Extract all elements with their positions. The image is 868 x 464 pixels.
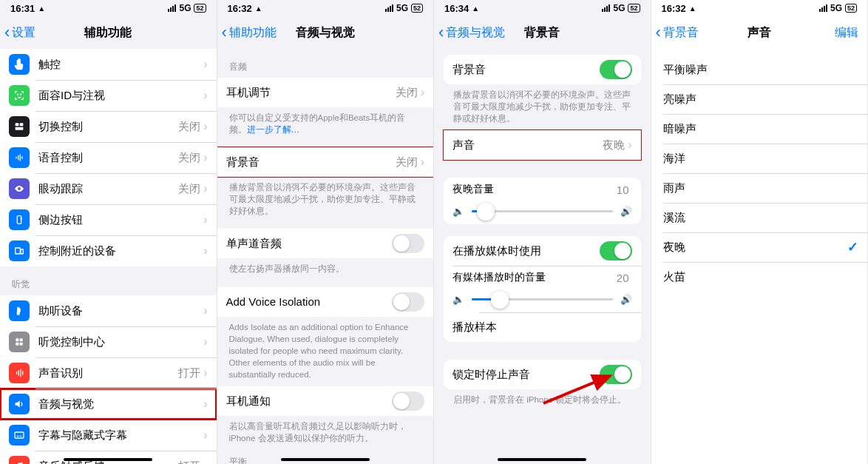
chevron-left-icon: ‹ — [4, 24, 10, 41]
back-label: 设置 — [12, 25, 35, 41]
media-volume-slider[interactable]: 🔈 🔊 — [452, 294, 632, 305]
sound-option-label: 溪流 — [663, 211, 859, 225]
row-subtitles[interactable]: 字幕与隐藏式字幕 › — [0, 420, 217, 451]
sound-option-label: 暗噪声 — [663, 122, 859, 136]
screen-background-sounds: 16:34 ▲ 5G 52 ‹ 音频与视觉 背景音 背景音 播放背景音以消弭不必… — [434, 0, 651, 464]
svg-rect-17 — [18, 370, 19, 376]
page-title: 音频与视觉 — [296, 25, 355, 41]
sound-recog-icon — [9, 363, 30, 383]
chevron-left-icon: ‹ — [656, 24, 661, 41]
row-media-volume: 有媒体播放时的音量 20 — [444, 266, 641, 289]
svg-rect-11 — [21, 249, 23, 254]
night-volume-slider[interactable]: 🔈 🔊 — [452, 206, 632, 217]
edit-button[interactable]: 编辑 — [835, 25, 858, 41]
row-switch-control[interactable]: 切换控制 关闭 › — [0, 111, 217, 142]
svg-rect-4 — [16, 127, 24, 130]
row-touch[interactable]: 触控 › — [0, 49, 217, 80]
row-play-sample[interactable]: 播放样本 — [444, 312, 641, 342]
sound-option-label: 火苗 — [663, 270, 859, 284]
home-indicator[interactable] — [281, 458, 370, 461]
row-audio-visual[interactable]: 音频与视觉 › — [0, 389, 217, 420]
stop-on-lock-toggle[interactable] — [600, 365, 632, 384]
svg-point-1 — [20, 94, 21, 95]
back-button[interactable]: ‹ 背景音 — [651, 24, 699, 41]
headphone-notif-toggle[interactable] — [392, 391, 424, 411]
row-background-sounds[interactable]: 背景音 关闭 › — [217, 147, 434, 177]
sound-option[interactable]: 海洋 — [651, 144, 868, 173]
row-nearby-devices[interactable]: 控制附近的设备 › — [0, 235, 217, 266]
sound-option-label: 夜晚 — [663, 241, 848, 255]
speaker-high-icon: 🔊 — [620, 294, 632, 305]
nav-bar: ‹ 设置 辅助功能 — [0, 16, 217, 49]
row-side-button[interactable]: 侧边按钮 › — [0, 204, 217, 235]
mono-desc: 使左右扬声器播放同一内容。 — [217, 258, 434, 275]
clock: 16:31 — [10, 3, 35, 14]
screen-audio-visual: 16:32 ▲ 5G 52 ‹ 辅助功能 音频与视觉 音频 耳机调节 关闭 › … — [217, 0, 435, 464]
checkmark-icon: ✓ — [847, 239, 858, 255]
screen-sound-picker: 16:32 ▲ 5G 52 ‹ 背景音 声音 编辑 平衡噪声亮噪声暗噪声海洋雨声… — [651, 0, 869, 464]
row-eye-tracking[interactable]: 眼动跟踪 关闭 › — [0, 173, 217, 204]
back-button[interactable]: ‹ 辅助功能 — [217, 24, 277, 41]
back-button[interactable]: ‹ 设置 — [0, 24, 35, 41]
svg-rect-5 — [16, 157, 16, 159]
speaker-low-icon: 🔈 — [452, 294, 464, 305]
row-headphone-notifications[interactable]: 耳机通知 — [217, 386, 434, 416]
back-button[interactable]: ‹ 音频与视觉 — [434, 24, 505, 41]
sound-option[interactable]: 平衡噪声 — [651, 55, 868, 84]
section-audio: 音频 — [217, 49, 434, 78]
signal-icon — [168, 4, 176, 12]
svg-rect-7 — [20, 154, 21, 161]
bg-toggle-desc: 播放背景音以消弭不必要的环境杂声。这些声音可最大限度地减少干扰，助你更加专注、平… — [434, 84, 651, 124]
row-music-haptics[interactable]: 音乐触感反馈 打开 › — [0, 451, 217, 464]
row-bg-toggle[interactable]: 背景音 — [444, 55, 641, 84]
headphone-desc: 你可以自定义受支持的Apple和Beats耳机的音频。进一步了解… — [217, 107, 434, 135]
touch-icon — [9, 54, 30, 75]
bg-desc: 播放背景音以消弭不必要的环境杂声。这些声音可最大限度地减少干扰，助你更加专注、平… — [217, 177, 434, 217]
sound-option[interactable]: 火苗 — [651, 262, 868, 292]
row-stop-on-lock[interactable]: 锁定时停止声音 — [444, 360, 641, 389]
row-mono-audio[interactable]: 单声道音频 — [217, 229, 434, 258]
home-indicator[interactable] — [64, 458, 152, 461]
row-hearing-devices[interactable]: 助听设备 › — [0, 295, 217, 326]
svg-rect-16 — [16, 371, 17, 374]
sound-option[interactable]: 溪流 — [651, 203, 868, 232]
lock-desc: 启用时，背景音在 iPhone 锁定时将会停止。 — [434, 389, 651, 406]
row-hearing-control[interactable]: 听觉控制中心 › — [0, 326, 217, 357]
sound-option-label: 平衡噪声 — [663, 63, 859, 77]
mono-toggle[interactable] — [392, 234, 424, 253]
use-media-toggle[interactable] — [600, 241, 632, 260]
learn-more-link[interactable]: 进一步了解… — [247, 125, 300, 134]
bg-sounds-toggle[interactable] — [600, 60, 632, 79]
isolation-toggle[interactable] — [392, 292, 424, 312]
row-voice-control[interactable]: 语音控制 关闭 › — [0, 142, 217, 173]
row-sound-recognition[interactable]: 声音识别 打开 › — [0, 357, 217, 389]
chevron-right-icon: › — [203, 58, 207, 71]
battery-number: 52 — [194, 4, 206, 13]
sound-option-label: 亮噪声 — [663, 93, 859, 107]
headphone-notif-desc: 若以高音量听耳机音频过久足以影响听力时，iPhone 会发送通知以保护你的听力。 — [217, 416, 434, 444]
row-night-volume: 夜晚音量 10 — [444, 178, 641, 201]
home-indicator[interactable] — [498, 458, 586, 461]
sound-option[interactable]: 暗噪声 — [651, 114, 868, 144]
page-title: 背景音 — [524, 25, 560, 41]
row-faceid[interactable]: 面容ID与注视 › — [0, 80, 217, 111]
svg-rect-19 — [22, 371, 23, 374]
row-headphone-accom[interactable]: 耳机调节 关闭 › — [217, 78, 434, 107]
nav-bar: ‹ 音频与视觉 背景音 — [434, 16, 651, 49]
row-sound-choice[interactable]: 声音 夜晚 › — [444, 130, 641, 160]
side-button-icon — [9, 209, 30, 230]
svg-rect-13 — [20, 338, 23, 341]
nav-bar: ‹ 辅助功能 音频与视觉 — [217, 16, 434, 49]
svg-rect-18 — [20, 369, 21, 377]
sound-option-label: 海洋 — [663, 152, 859, 166]
sound-option[interactable]: 雨声 — [651, 173, 868, 203]
screen-accessibility: 16:31 ▲ 5G 52 ‹ 设置 辅助功能 触控 › 面容ID与注视 › 切… — [0, 0, 217, 464]
sound-option[interactable]: 夜晚✓ — [651, 232, 868, 262]
sound-option[interactable]: 亮噪声 — [651, 84, 868, 114]
page-title: 声音 — [747, 25, 771, 41]
row-use-with-media[interactable]: 在播放媒体时使用 — [444, 236, 641, 266]
svg-rect-10 — [16, 248, 21, 254]
status-bar: 16:32 ▲ 5G 52 — [217, 0, 434, 16]
sound-option-label: 雨声 — [663, 181, 859, 195]
row-voice-isolation[interactable]: Add Voice Isolation — [217, 287, 434, 317]
